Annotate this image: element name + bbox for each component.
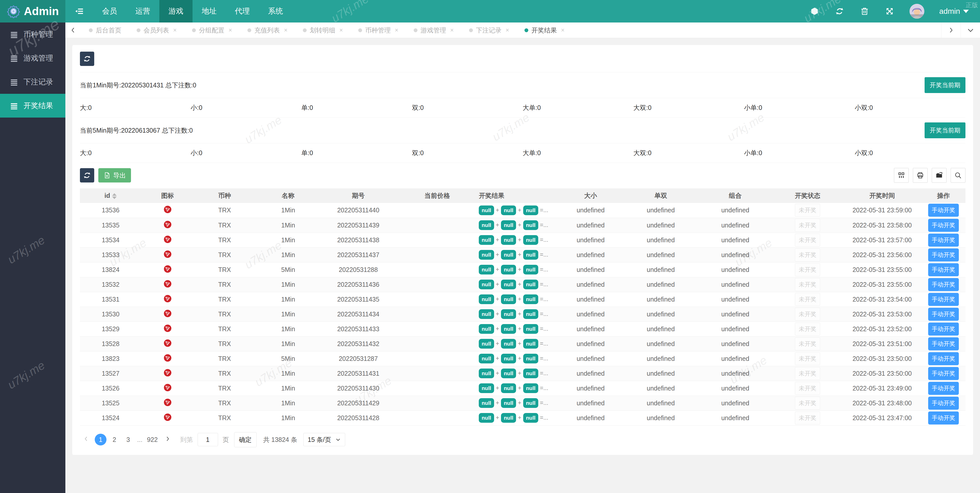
sidebar-item-1[interactable]: 游戏管理 bbox=[0, 46, 65, 70]
manual-draw-button[interactable]: 手动开奖 bbox=[928, 397, 959, 410]
result-badge: null bbox=[479, 383, 494, 393]
status-badge: 未开奖 bbox=[795, 352, 820, 365]
export-button[interactable]: 导出 bbox=[98, 168, 131, 182]
cell-icon bbox=[141, 292, 194, 307]
brand-logo: Admin bbox=[0, 0, 65, 22]
trash-icon[interactable] bbox=[859, 6, 870, 16]
print-button[interactable] bbox=[913, 168, 928, 183]
tab-6[interactable]: 游戏管理× bbox=[406, 22, 461, 38]
page-number-2[interactable]: 2 bbox=[108, 434, 120, 445]
page-number-922[interactable]: 922 bbox=[146, 434, 159, 445]
manual-draw-button[interactable]: 手动开奖 bbox=[928, 412, 959, 424]
manual-draw-button[interactable]: 手动开奖 bbox=[928, 219, 959, 232]
caret-down-icon bbox=[963, 10, 969, 13]
cell-icon bbox=[141, 351, 194, 366]
avatar[interactable] bbox=[910, 4, 924, 19]
cell-issue: 202205311429 bbox=[321, 396, 396, 410]
cell-name: 5Min bbox=[255, 262, 321, 277]
menu-fold-button[interactable] bbox=[65, 0, 93, 22]
manual-draw-button[interactable]: 手动开奖 bbox=[928, 278, 959, 291]
tab-4[interactable]: 划转明细× bbox=[295, 22, 351, 38]
tab-0[interactable]: 后台首页 bbox=[81, 22, 129, 38]
column-header-10: 开奖状态 bbox=[773, 188, 843, 203]
manual-draw-button[interactable]: 手动开奖 bbox=[928, 204, 959, 217]
columns-filter-button[interactable] bbox=[894, 168, 909, 183]
plus-sign: + bbox=[496, 399, 499, 406]
manual-draw-button[interactable]: 手动开奖 bbox=[928, 249, 959, 262]
page-jump-input[interactable] bbox=[197, 433, 218, 446]
status-badge: 未开奖 bbox=[795, 337, 820, 350]
cell-name: 1Min bbox=[255, 218, 321, 233]
tab-7[interactable]: 下注记录× bbox=[461, 22, 517, 38]
tab-close-icon[interactable]: × bbox=[506, 27, 509, 34]
nav-item-4[interactable]: 代理 bbox=[226, 0, 259, 22]
fullscreen-icon[interactable] bbox=[885, 6, 895, 16]
draw-current-button-1[interactable]: 开奖当前期 bbox=[924, 77, 966, 93]
refresh-icon[interactable] bbox=[834, 6, 845, 16]
sidebar-item-3[interactable]: 开奖结果 bbox=[0, 94, 65, 118]
tabs-menu-button[interactable] bbox=[961, 22, 980, 38]
manual-draw-button[interactable]: 手动开奖 bbox=[928, 382, 959, 395]
tab-2[interactable]: 分组配置× bbox=[185, 22, 240, 38]
sidebar-item-0[interactable]: 币种管理 bbox=[0, 22, 65, 46]
refresh-panel-button[interactable] bbox=[80, 52, 94, 66]
page-number-1[interactable]: 1 bbox=[95, 434, 107, 445]
confirm-page-button[interactable]: 确定 bbox=[234, 432, 257, 447]
tab-close-icon[interactable]: × bbox=[561, 27, 565, 34]
tab-5[interactable]: 币种管理× bbox=[351, 22, 406, 38]
result-badge: null bbox=[501, 369, 516, 378]
search-button[interactable] bbox=[951, 168, 966, 183]
user-menu[interactable]: admin bbox=[939, 7, 969, 16]
tab-close-icon[interactable]: × bbox=[284, 27, 288, 34]
result-badge: null bbox=[523, 369, 538, 378]
draw-current-button-2[interactable]: 开奖当前期 bbox=[924, 123, 966, 138]
tabs-scroll-right-button[interactable] bbox=[941, 22, 961, 38]
manual-draw-button[interactable]: 手动开奖 bbox=[928, 337, 959, 350]
manual-draw-button[interactable]: 手动开奖 bbox=[928, 352, 959, 365]
tab-close-icon[interactable]: × bbox=[339, 27, 343, 34]
tab-close-icon[interactable]: × bbox=[450, 27, 454, 34]
tab-1[interactable]: 会员列表× bbox=[129, 22, 185, 38]
sidebar-item-2[interactable]: 下注记录 bbox=[0, 70, 65, 94]
prev-page-button[interactable] bbox=[80, 436, 93, 444]
manual-draw-button[interactable]: 手动开奖 bbox=[928, 263, 959, 276]
cell-result: null+null+null =... bbox=[479, 322, 558, 336]
export-data-button[interactable] bbox=[932, 168, 947, 183]
cell-issue: 202205311437 bbox=[321, 247, 396, 262]
next-page-button[interactable] bbox=[161, 436, 174, 444]
tab-8[interactable]: 开奖结果× bbox=[517, 22, 572, 38]
honeycomb-icon[interactable] bbox=[810, 6, 819, 16]
cell-name: 1Min bbox=[255, 233, 321, 247]
cell-id: 13526 bbox=[80, 381, 141, 396]
table-row: 13526TRX1Min202205311430null+null+null =… bbox=[80, 381, 966, 396]
column-header-0[interactable]: id bbox=[80, 188, 141, 203]
manual-draw-button[interactable]: 手动开奖 bbox=[928, 308, 959, 321]
nav-item-5[interactable]: 系统 bbox=[259, 0, 292, 22]
page-size-select[interactable]: 15 条/页 bbox=[303, 433, 345, 446]
tab-close-icon[interactable]: × bbox=[229, 27, 232, 34]
cell-size: undefined bbox=[558, 351, 624, 366]
cell-issue: 202205311431 bbox=[321, 366, 396, 381]
manual-draw-button[interactable]: 手动开奖 bbox=[928, 293, 959, 306]
stat-item: 小单:0 bbox=[744, 149, 855, 157]
tab-3[interactable]: 充值列表× bbox=[240, 22, 295, 38]
page-number-3[interactable]: 3 bbox=[122, 434, 134, 445]
nav-item-1[interactable]: 运营 bbox=[126, 0, 159, 22]
manual-draw-button[interactable]: 手动开奖 bbox=[928, 322, 959, 335]
nav-item-3[interactable]: 地址 bbox=[192, 0, 226, 22]
status-badge: 未开奖 bbox=[795, 234, 820, 247]
tabs-scroll-left-button[interactable] bbox=[65, 22, 81, 38]
cell-parity: undefined bbox=[624, 203, 698, 218]
sort-icon[interactable] bbox=[112, 193, 117, 199]
nav-item-2[interactable]: 游戏 bbox=[159, 0, 192, 22]
stat-item: 大双:0 bbox=[633, 104, 744, 112]
result-badge: null bbox=[479, 265, 494, 274]
manual-draw-button[interactable]: 手动开奖 bbox=[928, 234, 959, 247]
tab-close-icon[interactable]: × bbox=[395, 27, 398, 34]
manual-draw-button[interactable]: 手动开奖 bbox=[928, 367, 959, 380]
refresh-table-button[interactable] bbox=[80, 168, 94, 182]
plus-sign: + bbox=[518, 266, 521, 273]
nav-item-0[interactable]: 会员 bbox=[93, 0, 126, 22]
tab-close-icon[interactable]: × bbox=[173, 27, 177, 34]
column-header-3: 名称 bbox=[255, 188, 321, 203]
